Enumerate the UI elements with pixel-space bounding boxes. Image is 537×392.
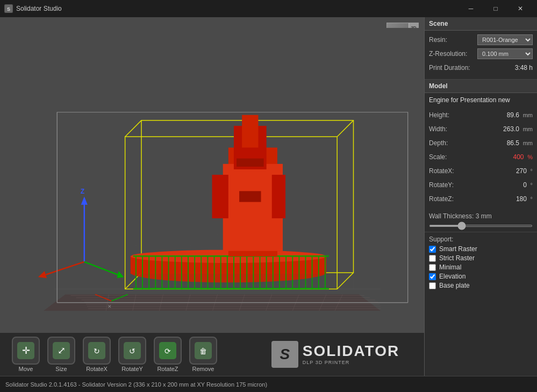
titlebar: S Solidator Studio ─ □ ✕ xyxy=(0,0,537,17)
svg-rect-81 xyxy=(242,115,258,148)
support-section: Support: Smart Raster Strict Raster Mini… xyxy=(425,232,537,294)
size-label: Size xyxy=(55,366,67,372)
rotatey-num: 0 xyxy=(523,181,527,189)
height-unit: mm xyxy=(523,112,533,118)
svg-rect-83 xyxy=(272,175,285,218)
rotatex-row: RotateX: 270 ° xyxy=(429,165,533,177)
base-plate-checkbox[interactable] xyxy=(429,282,436,289)
scale-value: 400 % xyxy=(477,153,533,161)
svg-rect-77 xyxy=(133,288,329,289)
z-res-row: Z-Resolution: 0.100 mm xyxy=(429,48,533,60)
tool-buttons-group: ✛ Move ⤢ Size ↻ RotateX xyxy=(11,337,218,372)
status-bar: Solidator Studio 2.0.1.4163 - Solidator … xyxy=(0,376,537,392)
minimal-checkbox[interactable] xyxy=(429,264,436,271)
height-row: Height: 89.6 mm xyxy=(429,109,533,121)
rotatex-label: RotateX: xyxy=(429,167,477,175)
size-button[interactable]: ⤢ Size xyxy=(46,337,76,372)
support-title: Support: xyxy=(429,236,533,243)
strict-raster-checkbox[interactable] xyxy=(429,255,436,262)
window-controls: ─ □ ✕ xyxy=(459,0,533,17)
depth-label: Depth: xyxy=(429,139,477,147)
maximize-button[interactable]: □ xyxy=(483,0,508,17)
svg-text:⤢: ⤢ xyxy=(58,345,66,356)
minimal-label: Minimal xyxy=(439,263,461,271)
strict-raster-row: Strict Raster xyxy=(429,254,533,262)
width-row: Width: 263.0 mm xyxy=(429,123,533,135)
depth-row: Depth: 86.5 mm xyxy=(429,137,533,149)
minimize-button[interactable]: ─ xyxy=(459,0,483,17)
elevation-checkbox[interactable] xyxy=(429,273,436,280)
rotatez-label: RotateZ xyxy=(157,366,178,372)
close-button[interactable]: ✕ xyxy=(508,0,533,17)
z-res-label: Z-Resolution: xyxy=(429,50,477,58)
wall-thickness-slider[interactable] xyxy=(429,225,533,227)
resin-label: Resin: xyxy=(429,36,477,44)
height-num: 89.6 xyxy=(507,111,519,119)
svg-text:✛: ✛ xyxy=(22,345,30,356)
resin-select[interactable]: R001-Orange xyxy=(477,34,533,45)
rotatey-unit: ° xyxy=(531,182,533,188)
logo-main-text: SOLIDATOR xyxy=(303,344,399,359)
right-panel: Scene Resin: R001-Orange Z-Resolution: 0… xyxy=(424,17,537,376)
width-label: Width: xyxy=(429,125,477,133)
resin-row: Resin: R001-Orange xyxy=(429,34,533,46)
model-name: Engine for Presentation new xyxy=(425,93,537,106)
rotatez-icon: ⟳ xyxy=(154,337,182,365)
rotatex-unit: ° xyxy=(531,168,533,174)
width-num: 263.0 xyxy=(503,125,519,133)
z-res-select[interactable]: 0.100 mm xyxy=(477,48,533,59)
svg-text:🗑: 🗑 xyxy=(199,347,207,355)
rotatex-icon: ↻ xyxy=(83,337,111,365)
logo-sub-text: DLP 3D PRINTER xyxy=(303,360,399,365)
svg-text:✕: ✕ xyxy=(108,304,112,309)
rotatex-button[interactable]: ↻ RotateX xyxy=(82,337,112,372)
model-properties: Height: 89.6 mm Width: 263.0 mm Depth: xyxy=(425,106,537,210)
width-unit: mm xyxy=(523,126,533,132)
model-section: Model Engine for Presentation new Height… xyxy=(425,80,537,232)
base-plate-row: Base plate xyxy=(429,282,533,289)
remove-button[interactable]: 🗑 Remove xyxy=(188,337,218,372)
svg-text:S: S xyxy=(7,6,10,12)
logo-area: S SOLIDATOR DLP 3D PRINTER xyxy=(257,333,413,376)
scene-section: Scene Resin: R001-Orange Z-Resolution: 0… xyxy=(425,17,537,80)
height-label: Height: xyxy=(429,111,477,119)
move-label: Move xyxy=(19,366,33,372)
print-dur-label: Print Duration: xyxy=(429,64,477,72)
status-text: Solidator Studio 2.0.1.4163 - Solidator … xyxy=(5,381,267,388)
move-icon: ✛ xyxy=(12,337,40,365)
main-area: Front 3D xyxy=(0,17,537,376)
svg-text:↻: ↻ xyxy=(94,347,100,355)
rotatez-label: RotateZ: xyxy=(429,195,477,203)
elevation-label: Elevation xyxy=(439,273,466,280)
smart-raster-checkbox[interactable] xyxy=(429,246,436,253)
svg-rect-84 xyxy=(239,191,261,202)
logo-text: SOLIDATOR DLP 3D PRINTER xyxy=(303,344,399,365)
svg-rect-82 xyxy=(212,175,228,218)
app-icon: S xyxy=(4,4,13,13)
print-dur-row: Print Duration: 3:48 h xyxy=(429,62,533,74)
remove-icon: 🗑 xyxy=(189,337,217,365)
rotatex-value: 270 ° xyxy=(477,167,533,175)
rotatey-icon: ↺ xyxy=(118,337,146,365)
rotatez-unit: ° xyxy=(531,196,533,202)
elevation-row: Elevation xyxy=(429,273,533,280)
move-button[interactable]: ✛ Move xyxy=(11,337,41,372)
scale-num: 400 xyxy=(513,153,524,161)
smart-raster-label: Smart Raster xyxy=(439,245,477,253)
rotatey-value: 0 ° xyxy=(477,181,533,189)
rotatez-button[interactable]: ⟳ RotateZ xyxy=(153,337,183,372)
wall-thickness-label: Wall Thickness: 3 mm xyxy=(429,212,533,220)
scene-properties: Resin: R001-Orange Z-Resolution: 0.100 m… xyxy=(425,31,537,79)
svg-text:↺: ↺ xyxy=(129,347,135,355)
rotatez-value: 180 ° xyxy=(477,195,533,203)
rotatey-row: RotateY: 0 ° xyxy=(429,179,533,191)
depth-unit: mm xyxy=(523,140,533,146)
scene-header: Scene xyxy=(425,17,537,31)
scale-label: Scale: xyxy=(429,153,477,161)
viewport-3d[interactable]: Front 3D xyxy=(0,17,424,376)
rotatey-button[interactable]: ↺ RotateY xyxy=(117,337,147,372)
scene-svg: Z ✕ xyxy=(0,17,424,376)
rotatez-row: RotateZ: 180 ° xyxy=(429,193,533,205)
svg-rect-85 xyxy=(237,159,264,167)
logo-s-letter: S xyxy=(280,346,290,363)
